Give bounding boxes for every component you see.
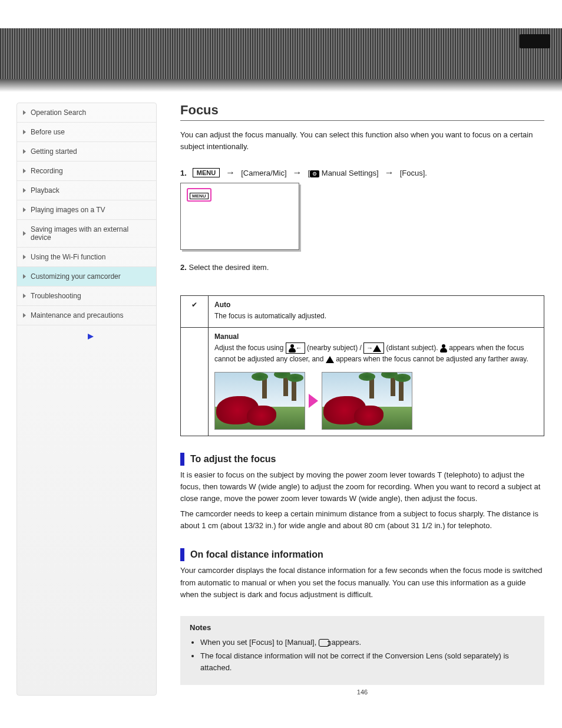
- chevron-right-icon: [23, 169, 26, 173]
- heading-bar-icon: [180, 453, 184, 466]
- sidebar-item-customize[interactable]: Customizing your camcorder: [17, 267, 156, 286]
- tip-adjust-focus-body: It is easier to focus on the subject by …: [180, 469, 544, 505]
- sidebar-item-label: Playback: [31, 186, 59, 195]
- note1-after: appears.: [332, 638, 362, 647]
- sample-image-before: [214, 372, 305, 430]
- tip-min-distance-body: The camcorder needs to keep a certain mi…: [180, 508, 544, 532]
- manual-far-limit: appears when the focus cannot be adjuste…: [336, 355, 528, 363]
- arrow-right-icon: →: [226, 167, 235, 178]
- step2-text: Select the desired item.: [189, 263, 269, 272]
- intro-paragraph: You can adjust the focus manually. You c…: [180, 129, 544, 152]
- chevron-right-icon: [23, 313, 26, 318]
- path-seg2: Manual Settings: [322, 169, 376, 177]
- options-table: ✔ Auto The focus is automatically adjust…: [180, 295, 544, 436]
- focus-manual-icon: [319, 639, 329, 647]
- chevron-right-icon: [23, 149, 26, 154]
- chevron-right-icon: [23, 130, 26, 134]
- far-limit-icon: [326, 356, 334, 363]
- sidebar-item-label: Customizing your camcorder: [31, 272, 121, 281]
- option-auto-desc: The focus is automatically adjusted.: [214, 312, 326, 320]
- sidebar-contents-link[interactable]: Contents list: [17, 327, 156, 346]
- sidebar-item-saving[interactable]: Saving images with an external device: [17, 220, 156, 248]
- path-seg3: [Focus].: [400, 169, 427, 177]
- page-title: Focus: [180, 103, 544, 121]
- default-check-icon: ✔: [181, 296, 209, 328]
- arrow-right-icon: →: [385, 167, 394, 178]
- sidebar-item-label: Getting started: [31, 147, 77, 156]
- sidebar-item-getting-started[interactable]: Getting started: [17, 142, 156, 162]
- step-2: 2. Select the desired item.: [180, 263, 544, 272]
- note2-text: The focal distance information will not …: [200, 651, 509, 672]
- lcd-diagram: MENU: [180, 183, 299, 250]
- manual-line1-far: (distant subject).: [386, 344, 439, 352]
- focus-sample-images: [214, 372, 538, 430]
- arrow-right-icon: →: [293, 167, 302, 178]
- chevron-right-icon: [23, 231, 26, 236]
- sample-image-after: [322, 372, 412, 430]
- page-number: 146: [180, 689, 544, 696]
- notes-box: Notes When you set [Focus] to [Manual], …: [180, 616, 544, 686]
- chevron-right-icon: [23, 188, 26, 193]
- tip-focal-distance-body: Your camcorder displays the focal distan…: [180, 565, 544, 600]
- manual-settings-icon: ⚙: [310, 170, 319, 177]
- note1-before: When you set [Focus] to [Manual],: [200, 638, 319, 647]
- path-seg1: Camera/Mic: [243, 169, 285, 177]
- header-stripe: [0, 28, 562, 81]
- section-heading-adjust-focus: To adjust the focus: [180, 453, 544, 466]
- focus-near-button-icon: ←: [286, 342, 305, 354]
- sidebar-item-recording[interactable]: Recording: [17, 162, 156, 181]
- arrow-right-icon: [309, 394, 318, 408]
- notes-title: Notes: [190, 623, 535, 632]
- sidebar-item-tv[interactable]: Playing images on a TV: [17, 200, 156, 220]
- sidebar-item-label: Maintenance and precautions: [31, 311, 123, 319]
- sidebar-item-before-use[interactable]: Before use: [17, 123, 156, 142]
- chevron-right-icon: [23, 255, 26, 259]
- sidebar-item-maintenance[interactable]: Maintenance and precautions: [17, 306, 156, 325]
- option-auto-label: Auto: [214, 301, 230, 309]
- sidebar: Operation Search Before use Getting star…: [16, 103, 157, 696]
- sidebar-item-label: Operation Search: [31, 108, 86, 117]
- heading-bar-icon: [180, 548, 184, 561]
- note-item: When you set [Focus] to [Manual], appear…: [200, 637, 535, 648]
- near-limit-icon: [440, 344, 447, 353]
- manual-line1-prefix: Adjust the focus using: [214, 344, 286, 352]
- top-right-badge: [520, 34, 550, 48]
- sidebar-item-label: Saving images with an external device: [31, 225, 150, 242]
- sidebar-item-label: Troubleshooting: [31, 292, 81, 300]
- sidebar-item-label: Using the Wi-Fi function: [31, 253, 105, 261]
- note-item: The focal distance information will not …: [200, 650, 535, 673]
- chevron-right-icon: [23, 207, 26, 212]
- chevron-right-icon: [23, 294, 26, 298]
- sidebar-item-playback[interactable]: Playback: [17, 181, 156, 200]
- chevron-right-icon: [23, 274, 26, 279]
- section-heading-text: On focal distance information: [190, 549, 323, 560]
- chevron-right-icon: [23, 110, 26, 115]
- option-manual-label: Manual: [214, 332, 239, 341]
- sidebar-item-label: Recording: [31, 167, 63, 175]
- focus-far-button-icon: →: [363, 342, 384, 354]
- main-content: Focus You can adjust the focus manually.…: [157, 103, 562, 696]
- sidebar-item-label: Playing images on a TV: [31, 206, 105, 214]
- sidebar-item-wifi[interactable]: Using the Wi-Fi function: [17, 248, 156, 267]
- step-1: 1. MENU → [Camera/Mic] → [⚙ Manual Setti…: [180, 167, 544, 250]
- menu-highlight: MENU: [187, 188, 211, 202]
- sidebar-item-operation-search[interactable]: Operation Search: [17, 103, 156, 123]
- section-heading-text: To adjust the focus: [190, 454, 276, 465]
- menu-button-icon: MENU: [193, 168, 220, 177]
- manual-line1-near: (nearby subject) /: [307, 344, 363, 352]
- sidebar-item-troubleshooting[interactable]: Troubleshooting: [17, 286, 156, 306]
- sidebar-item-label: Before use: [31, 128, 65, 136]
- table-row: Manual Adjust the focus using ← (nearby …: [181, 328, 544, 436]
- section-heading-focal-distance: On focal distance information: [180, 548, 544, 561]
- arrow-right-icon: [88, 334, 94, 340]
- table-row: ✔ Auto The focus is automatically adjust…: [181, 296, 544, 328]
